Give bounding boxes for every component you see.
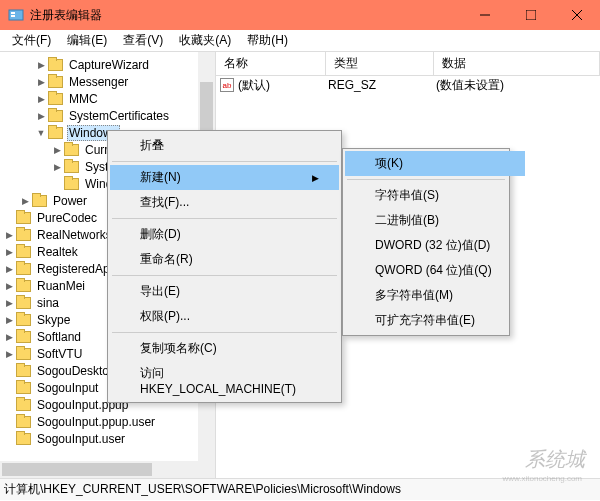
ctx-sub-item[interactable]: 可扩充字符串值(E): [345, 308, 525, 333]
tree-item[interactable]: ▶SystemCertificates: [0, 107, 215, 124]
menu-item-label: 可扩充字符串值(E): [375, 312, 475, 329]
menu-separator: [347, 179, 505, 180]
ctx-main-item[interactable]: 权限(P)...: [110, 304, 339, 329]
folder-icon: [16, 399, 31, 411]
col-header-name[interactable]: 名称: [216, 52, 326, 75]
ctx-sub-item[interactable]: 多字符串值(M): [345, 283, 525, 308]
ctx-main-item[interactable]: 导出(E): [110, 279, 339, 304]
ctx-main-item[interactable]: 复制项名称(C): [110, 336, 339, 361]
row-name: (默认): [238, 77, 328, 94]
tree-item[interactable]: ▶MMC: [0, 90, 215, 107]
chevron-right-icon[interactable]: ▶: [2, 315, 16, 325]
folder-icon: [16, 297, 31, 309]
folder-icon: [16, 263, 31, 275]
chevron-right-icon[interactable]: ▶: [50, 145, 64, 155]
folder-icon: [64, 178, 79, 190]
statusbar-path: 计算机\HKEY_CURRENT_USER\SOFTWARE\Policies\…: [4, 481, 401, 498]
menu-separator: [112, 332, 337, 333]
chevron-right-icon[interactable]: ▶: [2, 230, 16, 240]
chevron-right-icon[interactable]: ▶: [18, 196, 32, 206]
folder-icon: [16, 212, 31, 224]
chevron-right-icon[interactable]: ▶: [2, 247, 16, 257]
tree-item-label: SoftVTU: [35, 347, 84, 361]
chevron-right-icon[interactable]: ▶: [34, 111, 48, 121]
chevron-right-icon[interactable]: ▶: [34, 60, 48, 70]
menu-favorites[interactable]: 收藏夹(A): [171, 30, 239, 51]
menubar: 文件(F) 编辑(E) 查看(V) 收藏夹(A) 帮助(H): [0, 30, 600, 52]
svg-rect-1: [11, 12, 15, 14]
regedit-icon: [8, 7, 24, 23]
tree-item-label: SystemCertificates: [67, 109, 171, 123]
menu-item-label: 字符串值(S): [375, 187, 439, 204]
menu-item-label: 新建(N): [140, 169, 181, 186]
tree-item-label: CaptureWizard: [67, 58, 151, 72]
close-button[interactable]: [554, 0, 600, 30]
context-menu-main: 折叠新建(N)▶查找(F)...删除(D)重命名(R)导出(E)权限(P)...…: [107, 130, 342, 403]
tree-item-label: Skype: [35, 313, 72, 327]
tree-item-label: Power: [51, 194, 89, 208]
menu-file[interactable]: 文件(F): [4, 30, 59, 51]
chevron-right-icon[interactable]: ▶: [2, 264, 16, 274]
tree-item[interactable]: ▶SogouInput.user: [0, 430, 215, 447]
folder-icon: [64, 144, 79, 156]
chevron-right-icon[interactable]: ▶: [2, 349, 16, 359]
chevron-right-icon[interactable]: ▶: [2, 332, 16, 342]
maximize-button[interactable]: [508, 0, 554, 30]
ctx-main-item[interactable]: 折叠: [110, 133, 339, 158]
menu-separator: [112, 161, 337, 162]
chevron-right-icon[interactable]: ▶: [2, 298, 16, 308]
chevron-down-icon[interactable]: ▼: [34, 128, 48, 138]
menu-item-label: 删除(D): [140, 226, 181, 243]
ctx-main-item[interactable]: 删除(D): [110, 222, 339, 247]
tree-item-label: PureCodec: [35, 211, 99, 225]
tree-scrollbar-h[interactable]: [0, 461, 198, 478]
ctx-sub-item[interactable]: QWORD (64 位)值(Q): [345, 258, 525, 283]
folder-icon: [16, 433, 31, 445]
folder-icon: [48, 93, 63, 105]
ctx-main-item[interactable]: 访问 HKEY_LOCAL_MACHINE(T): [110, 361, 339, 400]
chevron-right-icon: ▶: [312, 173, 319, 183]
menu-item-label: DWORD (32 位)值(D): [375, 237, 490, 254]
folder-icon: [16, 246, 31, 258]
tree-item-label: sina: [35, 296, 61, 310]
folder-icon: [16, 331, 31, 343]
menu-item-label: QWORD (64 位)值(Q): [375, 262, 492, 279]
ctx-main-item[interactable]: 重命名(R): [110, 247, 339, 272]
ctx-main-item[interactable]: 新建(N)▶: [110, 165, 339, 190]
chevron-right-icon[interactable]: ▶: [2, 281, 16, 291]
ctx-sub-item[interactable]: 二进制值(B): [345, 208, 525, 233]
tree-item-label: Realtek: [35, 245, 80, 259]
menu-separator: [112, 275, 337, 276]
chevron-right-icon[interactable]: ▶: [34, 94, 48, 104]
ctx-sub-item[interactable]: 字符串值(S): [345, 183, 525, 208]
menu-item-label: 查找(F)...: [140, 194, 189, 211]
menu-edit[interactable]: 编辑(E): [59, 30, 115, 51]
row-data: (数值未设置): [436, 77, 504, 94]
tree-item-label: SogouInput.ppup.user: [35, 415, 157, 429]
col-header-data[interactable]: 数据: [434, 52, 600, 75]
tree-item[interactable]: ▶CaptureWizard: [0, 56, 215, 73]
folder-icon: [16, 314, 31, 326]
chevron-right-icon[interactable]: ▶: [34, 77, 48, 87]
tree-item-label: SogouInput.user: [35, 432, 127, 446]
menu-help[interactable]: 帮助(H): [239, 30, 296, 51]
menu-item-label: 多字符串值(M): [375, 287, 453, 304]
menu-view[interactable]: 查看(V): [115, 30, 171, 51]
svg-rect-4: [526, 10, 536, 20]
folder-icon: [64, 161, 79, 173]
chevron-right-icon[interactable]: ▶: [50, 162, 64, 172]
minimize-button[interactable]: [462, 0, 508, 30]
folder-icon: [48, 110, 63, 122]
menu-item-label: 访问 HKEY_LOCAL_MACHINE(T): [140, 365, 319, 396]
ctx-sub-item[interactable]: DWORD (32 位)值(D): [345, 233, 525, 258]
tree-item-label: SogouInput: [35, 381, 100, 395]
tree-item-label: RealNetworks: [35, 228, 114, 242]
menu-item-label: 重命名(R): [140, 251, 193, 268]
menu-item-label: 二进制值(B): [375, 212, 439, 229]
list-row[interactable]: ab(默认)REG_SZ(数值未设置): [216, 76, 600, 94]
ctx-sub-item[interactable]: 项(K): [345, 151, 525, 176]
tree-item[interactable]: ▶SogouInput.ppup.user: [0, 413, 215, 430]
col-header-type[interactable]: 类型: [326, 52, 434, 75]
tree-item[interactable]: ▶Messenger: [0, 73, 215, 90]
ctx-main-item[interactable]: 查找(F)...: [110, 190, 339, 215]
